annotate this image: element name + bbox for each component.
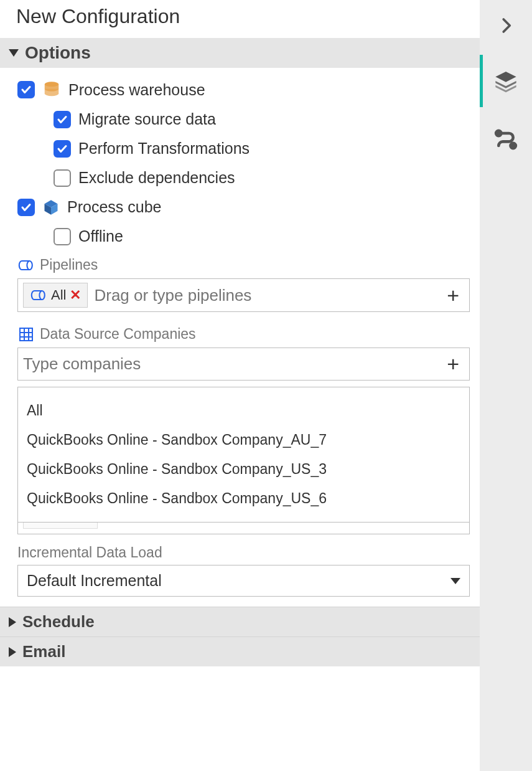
exclude-dependencies-row: Exclude dependencies: [54, 169, 470, 187]
cube-icon: [42, 199, 60, 216]
companies-label-row: Data Source Companies: [17, 326, 470, 343]
pipelines-icon: [17, 258, 35, 273]
companies-input-wrap[interactable]: +: [17, 348, 470, 381]
pipelines-chip-all[interactable]: All ✕: [23, 283, 88, 308]
pipelines-chip-icon: [30, 289, 47, 301]
companies-under-row: [17, 523, 470, 534]
pipelines-label-row: Pipelines: [17, 257, 470, 273]
email-header[interactable]: Email: [0, 636, 480, 666]
exclude-dependencies-label: Exclude dependencies: [78, 169, 235, 187]
route-icon: [493, 127, 518, 152]
pipelines-label: Pipelines: [40, 257, 98, 273]
incremental-select[interactable]: Default Incremental: [17, 565, 470, 597]
page-title: New Configuration: [0, 0, 480, 38]
process-warehouse-row: Process warehouse: [17, 80, 470, 99]
migrate-source-row: Migrate source data: [54, 110, 470, 128]
collapse-icon: [9, 49, 19, 57]
incremental-value: Default Incremental: [27, 572, 162, 590]
pipelines-input-wrap[interactable]: All ✕ +: [17, 278, 470, 312]
options-title: Options: [25, 43, 91, 63]
offline-label: Offline: [78, 227, 123, 245]
svg-point-1: [27, 261, 32, 270]
companies-label: Data Source Companies: [40, 326, 196, 343]
migrate-source-checkbox[interactable]: [54, 111, 71, 128]
options-body: Process warehouse Migrate source data Pe…: [0, 68, 480, 607]
rail-expand-button[interactable]: [480, 11, 532, 40]
svg-point-9: [511, 143, 516, 148]
layers-icon: [493, 69, 518, 93]
rail-layers-button[interactable]: [480, 64, 532, 98]
perform-transformations-row: Perform Transformations: [54, 140, 470, 158]
companies-ghost-chip: [23, 523, 98, 529]
schedule-title: Schedule: [22, 612, 95, 631]
company-option[interactable]: QuickBooks Online - Sandbox Company_AU_7: [24, 425, 463, 455]
company-option[interactable]: QuickBooks Online - Sandbox Company_US_6: [24, 484, 463, 513]
options-header[interactable]: Options: [0, 38, 480, 68]
right-rail: [480, 0, 532, 771]
company-option[interactable]: All: [24, 396, 463, 425]
offline-row: Offline: [54, 227, 470, 245]
incremental-label: Incremental Data Load: [17, 544, 470, 561]
pipelines-add-button[interactable]: +: [442, 283, 464, 308]
exclude-dependencies-checkbox[interactable]: [54, 169, 71, 187]
schedule-header[interactable]: Schedule: [0, 607, 480, 636]
expand-icon: [9, 647, 16, 657]
process-warehouse-checkbox[interactable]: [17, 81, 35, 98]
config-panel: New Configuration Options Process wareho…: [0, 0, 480, 771]
pipelines-chip-label: All: [51, 287, 66, 303]
offline-checkbox[interactable]: [54, 228, 71, 245]
rail-route-button[interactable]: [480, 122, 532, 157]
grid-icon: [17, 327, 35, 342]
perform-transformations-label: Perform Transformations: [78, 140, 250, 158]
process-warehouse-label: Process warehouse: [68, 81, 205, 99]
perform-transformations-checkbox[interactable]: [54, 140, 71, 158]
svg-point-2: [39, 291, 44, 300]
process-cube-checkbox[interactable]: [17, 199, 35, 216]
process-cube-row: Process cube: [17, 198, 470, 216]
companies-input[interactable]: [23, 354, 436, 374]
email-title: Email: [22, 642, 65, 661]
process-cube-label: Process cube: [67, 198, 161, 216]
chevron-right-icon: [497, 16, 515, 35]
expand-icon: [9, 617, 16, 627]
company-option[interactable]: QuickBooks Online - Sandbox Company_US_3: [24, 455, 463, 484]
migrate-source-label: Migrate source data: [78, 110, 216, 128]
warehouse-icon: [42, 80, 61, 99]
caret-down-icon: [450, 578, 460, 584]
pipelines-chip-remove-icon[interactable]: ✕: [70, 287, 81, 303]
pipelines-input[interactable]: [94, 286, 436, 305]
companies-add-button[interactable]: +: [442, 352, 464, 376]
companies-dropdown: All QuickBooks Online - Sandbox Company_…: [17, 387, 470, 523]
svg-rect-3: [20, 328, 32, 341]
